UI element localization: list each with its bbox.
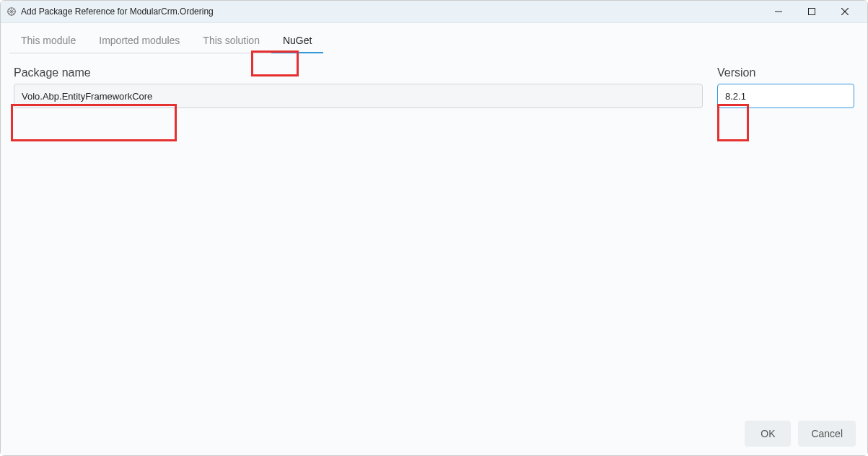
tabs-container: This module Imported modules This soluti… <box>1 23 867 53</box>
dialog-footer: OK Cancel <box>1 412 867 455</box>
tab-nuget[interactable]: NuGet <box>271 29 323 53</box>
dialog-window: Add Package Reference for ModularCrm.Ord… <box>0 0 868 456</box>
version-label: Version <box>717 66 854 79</box>
package-group: Package name <box>14 66 703 108</box>
form-row: Package name Version <box>1 53 867 108</box>
annotation-highlight-package <box>11 104 177 141</box>
title-bar: Add Package Reference for ModularCrm.Ord… <box>1 1 867 22</box>
annotation-highlight-version <box>717 104 749 141</box>
window-controls <box>762 1 862 22</box>
app-icon <box>6 6 17 17</box>
maximize-button[interactable] <box>795 1 828 22</box>
tab-imported-modules[interactable]: Imported modules <box>87 29 191 53</box>
package-input-wrapper <box>14 84 703 108</box>
close-button[interactable] <box>828 1 862 22</box>
version-input-wrapper <box>717 84 854 108</box>
version-input[interactable] <box>717 84 854 108</box>
cancel-button[interactable]: Cancel <box>798 421 856 447</box>
package-name-label: Package name <box>14 66 703 79</box>
tab-this-module[interactable]: This module <box>9 29 87 53</box>
package-name-input[interactable] <box>14 84 703 108</box>
minimize-button[interactable] <box>762 1 795 22</box>
window-title: Add Package Reference for ModularCrm.Ord… <box>21 6 214 17</box>
tab-this-solution[interactable]: This solution <box>191 29 271 53</box>
svg-rect-2 <box>809 9 815 15</box>
content-area: This module Imported modules This soluti… <box>1 22 867 455</box>
ok-button[interactable]: OK <box>745 421 791 447</box>
version-group: Version <box>717 66 854 108</box>
